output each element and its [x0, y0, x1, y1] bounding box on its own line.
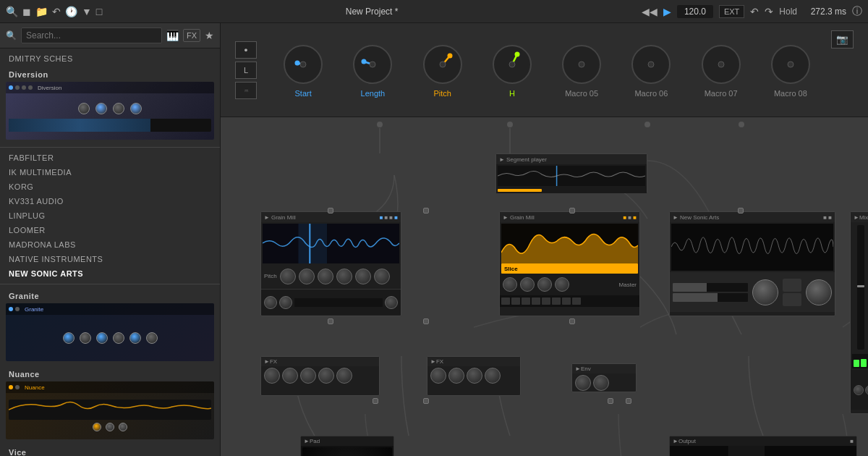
- svg-point-11: [509, 62, 515, 67]
- node-4[interactable]: [738, 208, 744, 214]
- sidebar-item-korg[interactable]: KORG: [0, 180, 220, 194]
- pad-module[interactable]: ►Pad: [300, 436, 394, 456]
- play-button[interactable]: ▶: [663, 6, 671, 17]
- screenshot-button[interactable]: 📷: [831, 30, 854, 48]
- sidebar-search-icon[interactable]: 🔍: [6, 30, 17, 41]
- node-1[interactable]: [328, 208, 333, 214]
- svg-point-23: [507, 122, 513, 127]
- sidebar-section-nuance: Nuance: [0, 366, 220, 380]
- sidebar-item-native-instruments[interactable]: NATIVE INSTRUMENTS: [0, 252, 220, 266]
- nuance-preset-area: Nuance: [0, 381, 220, 444]
- macro-knob-start[interactable]: Start: [268, 43, 338, 98]
- top-waveform-module[interactable]: ► Segment player: [495, 153, 647, 193]
- knob-06-container[interactable]: [629, 43, 673, 86]
- undo-transport-icon[interactable]: ↶: [750, 6, 759, 17]
- center-synth-module[interactable]: ►Grain Mill ■■ ■ Slice: [499, 211, 640, 316]
- left-synth-module[interactable]: ►Grain Mill ■■■ ■: [260, 211, 401, 316]
- l-button[interactable]: L: [235, 62, 257, 79]
- sidebar-item-madrona[interactable]: MADRONA LABS: [0, 237, 220, 252]
- node-5[interactable]: [328, 318, 333, 324]
- macro-07-label: Macro 07: [705, 89, 738, 98]
- left-fx-module[interactable]: ►FX: [260, 356, 380, 396]
- svg-point-25: [739, 122, 744, 127]
- sidebar-item-dmitry-sches[interactable]: DMITRY SCHES: [0, 51, 220, 66]
- knob-length-container[interactable]: [351, 43, 394, 86]
- macro-knob-length[interactable]: Length: [338, 43, 407, 98]
- hold-label: Hold: [779, 7, 797, 17]
- project-title: New Project *: [106, 7, 637, 17]
- knob-07-container[interactable]: [699, 43, 743, 86]
- macro-length-label: Length: [361, 89, 386, 98]
- window-icon[interactable]: □: [96, 6, 102, 17]
- node-9[interactable]: [423, 398, 429, 404]
- center-fx-module[interactable]: ►FX: [427, 356, 521, 396]
- svg-point-5: [370, 62, 375, 67]
- macro-knobs-bar: ● L ⎓ Start: [221, 23, 868, 117]
- sidebar-item-new-sonic-arts[interactable]: NEW SONIC ARTS: [0, 266, 220, 281]
- sidebar-item-ik-multimedia[interactable]: IK MULTIMEDIA: [0, 165, 220, 180]
- info-button[interactable]: ⓘ: [852, 5, 862, 18]
- macro-knob-h[interactable]: H: [477, 43, 547, 98]
- node-11[interactable]: [626, 398, 631, 404]
- history-icon[interactable]: 🕐: [65, 6, 77, 17]
- skip-back-button[interactable]: ◀◀: [642, 6, 658, 17]
- sidebar-section-vice: Vice: [0, 444, 220, 456]
- sidebar-section-diversion: Diversion: [0, 66, 220, 80]
- svg-point-13: [579, 62, 584, 67]
- browser-icon[interactable]: ◼: [22, 6, 31, 17]
- mixer-module[interactable]: ►Mixer ■■: [850, 211, 868, 414]
- sidebar-item-kv331[interactable]: KV331 AUDIO: [0, 194, 220, 208]
- diversion-thumbnail[interactable]: Diversion: [6, 82, 214, 140]
- macro-knob-05[interactable]: Macro 05: [547, 43, 616, 98]
- node-8[interactable]: [373, 398, 378, 404]
- macro-h-label: H: [509, 89, 515, 98]
- node-10[interactable]: [608, 398, 613, 404]
- macro-knob-07[interactable]: Macro 07: [686, 43, 756, 98]
- svg-point-22: [377, 122, 383, 127]
- top-bar: 🔍 ◼ 📁 ↶ 🕐 ▼ □ New Project * ◀◀ ▶ 120.0 E…: [0, 0, 868, 23]
- node-7[interactable]: [569, 318, 575, 324]
- macro-06-label: Macro 06: [634, 89, 668, 98]
- main-area: 🔍 🎹 FX ★ DMITRY SCHES Diversion: [0, 23, 868, 456]
- svg-rect-30: [298, 224, 327, 263]
- search-icon[interactable]: 🔍: [6, 6, 18, 17]
- macro-knob-06[interactable]: Macro 06: [616, 43, 686, 98]
- node-6[interactable]: [423, 318, 429, 324]
- knob-start-container[interactable]: [281, 43, 325, 86]
- sidebar-list: DMITRY SCHES Diversion Diversion: [0, 48, 220, 456]
- svg-point-2: [300, 62, 306, 67]
- macro-knob-08[interactable]: Macro 08: [756, 43, 825, 98]
- small-fx-module[interactable]: ►Env: [571, 363, 637, 392]
- knob-h-container[interactable]: [490, 43, 534, 86]
- folder-icon[interactable]: 📁: [35, 6, 48, 17]
- canvas-area[interactable]: ► Segment player ►Grain Mill: [221, 117, 868, 456]
- output-waveform-module[interactable]: ►Output ■: [669, 436, 857, 456]
- bpm-display[interactable]: 120.0: [677, 5, 713, 18]
- granite-thumbnail[interactable]: Granite: [6, 303, 214, 361]
- node-2[interactable]: [423, 208, 429, 214]
- divider-1: [0, 147, 220, 148]
- macro-pitch-label: Pitch: [433, 89, 451, 98]
- ext-button[interactable]: EXT: [719, 5, 744, 18]
- piano-icon[interactable]: 🎹: [166, 30, 179, 41]
- knob-pitch-container[interactable]: [421, 43, 464, 86]
- node-3[interactable]: [569, 208, 575, 214]
- sidebar-item-fabfilter[interactable]: FABFILTER: [0, 151, 220, 165]
- fx-button[interactable]: FX: [183, 29, 200, 42]
- sidebar-item-loomer[interactable]: LOOMER: [0, 223, 220, 237]
- learn-button[interactable]: ●: [235, 41, 257, 59]
- knob-08-container[interactable]: [769, 43, 812, 86]
- nuance-thumbnail[interactable]: Nuance: [6, 381, 214, 439]
- undo-icon[interactable]: ↶: [52, 6, 61, 17]
- knob-05-container[interactable]: [560, 43, 603, 86]
- right-synth-module[interactable]: ►New Sonic Arts ■■: [669, 211, 835, 316]
- dropdown-arrow[interactable]: ▼: [82, 6, 92, 17]
- search-input[interactable]: [21, 28, 162, 43]
- redo-transport-icon[interactable]: ↷: [765, 6, 773, 17]
- star-icon[interactable]: ★: [205, 30, 214, 41]
- sidebar-item-linplug[interactable]: LINPLUG: [0, 208, 220, 223]
- macro-knob-pitch[interactable]: Pitch: [408, 43, 477, 98]
- svg-point-10: [514, 51, 519, 56]
- eq-button[interactable]: ⎓: [235, 82, 257, 99]
- sidebar-search-bar: 🔍 🎹 FX ★: [0, 23, 220, 48]
